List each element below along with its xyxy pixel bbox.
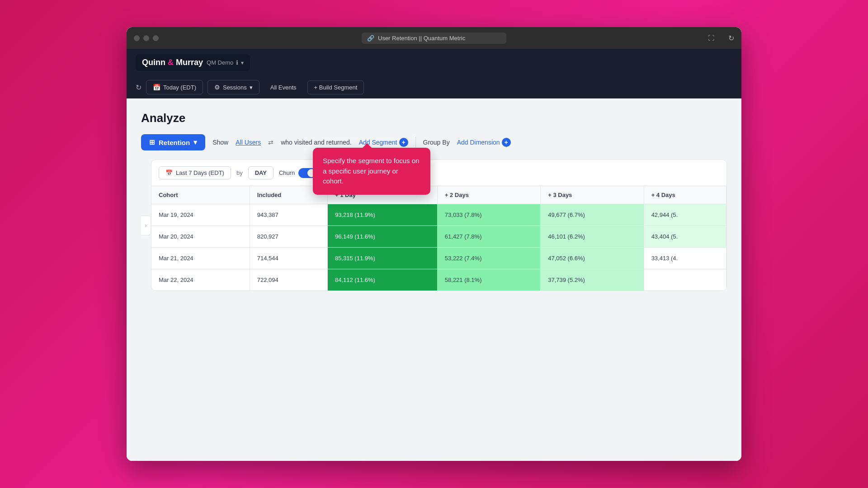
table-row: Mar 20, 2024820,92796,149 (11.6%)61,427 … (151, 226, 726, 248)
browser-titlebar: 🔗 User Retention || Quantum Metric ↻ ⛶ (127, 27, 741, 49)
main-content: Analyze ⊞ Retention ▾ Show All Users ⇄ w… (127, 99, 741, 461)
cell-1-4: 46,101 (6.2%) (541, 226, 644, 248)
logo-quinn: Quinn (142, 58, 165, 67)
calendar-icon: 📅 (153, 84, 160, 91)
traffic-light-minimize[interactable] (143, 35, 149, 41)
page-title: Analyze (141, 111, 727, 125)
table-wrapper: › 📅 Last 7 Days (EDT) by DAY Churn (141, 160, 727, 291)
all-users-link[interactable]: All Users (236, 139, 261, 146)
refresh-button[interactable]: ↻ (136, 83, 142, 92)
sidebar-toggle-button[interactable]: › (141, 216, 151, 235)
cell-1-1: 820,927 (250, 226, 327, 248)
table-toolbar: 📅 Last 7 Days (EDT) by DAY Churn (151, 160, 726, 186)
sessions-chevron-icon: ▾ (250, 84, 253, 91)
traffic-lights (134, 35, 159, 41)
add-dimension-label: Add Dimension (457, 139, 500, 146)
all-events-button[interactable]: All Events (264, 81, 303, 94)
group-by-text: Group By (423, 139, 450, 146)
date-range-label: Last 7 Days (EDT) (176, 169, 224, 176)
who-visited-text: who visited and returned. (281, 139, 351, 146)
grid-icon: ⊞ (149, 138, 155, 146)
dropdown-chevron-icon[interactable]: ▾ (241, 60, 244, 66)
logo-name: Quinn & Murray (142, 58, 203, 67)
build-segment-label: + Build Segment (314, 84, 358, 91)
table-header-row: Cohort Included + 1 Day + 2 Days + 3 Day… (151, 186, 726, 204)
sessions-label: Sessions (223, 84, 247, 91)
date-button[interactable]: 📅 Today (EDT) (146, 80, 203, 94)
cell-2-2: 85,315 (11.9%) (328, 248, 438, 269)
logo-ampersand: & (165, 58, 176, 67)
cell-3-1: 722,094 (250, 269, 327, 291)
col-cohort: Cohort (151, 186, 250, 204)
add-dimension-icon: + (502, 138, 511, 147)
add-segment-icon: + (399, 138, 408, 147)
cell-1-0: Mar 20, 2024 (151, 226, 250, 248)
expand-icon[interactable]: ⛶ (708, 34, 714, 42)
tooltip-text: Specify the segment to focus on a specif… (323, 157, 419, 185)
toolbar: ↻ 📅 Today (EDT) ⚙ Sessions ▾ All Events … (127, 76, 741, 99)
retention-chevron-icon: ▾ (193, 138, 197, 146)
browser-window: 🔗 User Retention || Quantum Metric ↻ ⛶ Q… (127, 27, 741, 461)
retention-button[interactable]: ⊞ Retention ▾ (141, 134, 205, 150)
table-row: Mar 21, 2024714,54485,315 (11.9%)53,222 … (151, 248, 726, 269)
cell-2-3: 53,222 (7.4%) (437, 248, 540, 269)
cell-0-5: 42,944 (5. (644, 204, 726, 226)
cell-1-2: 96,149 (11.6%) (328, 226, 438, 248)
cell-3-5 (644, 269, 726, 291)
address-text: User Retention || Quantum Metric (378, 35, 465, 42)
churn-toggle-group: Churn (279, 168, 316, 178)
tooltip-bubble: Specify the segment to focus on a specif… (313, 148, 430, 195)
controls-bar: ⊞ Retention ▾ Show All Users ⇄ who visit… (141, 134, 727, 150)
cell-2-0: Mar 21, 2024 (151, 248, 250, 269)
cell-2-5: 33,413 (4. (644, 248, 726, 269)
cell-3-0: Mar 22, 2024 (151, 269, 250, 291)
churn-label: Churn (279, 169, 295, 176)
link-icon: 🔗 (367, 35, 374, 42)
browser-refresh-icon[interactable]: ↻ (728, 34, 734, 42)
col-day2: + 2 Days (437, 186, 540, 204)
table-calendar-icon: 📅 (165, 169, 173, 176)
info-icon: ℹ (236, 59, 238, 66)
cell-1-5: 43,404 (5. (644, 226, 726, 248)
retention-label: Retention (159, 139, 190, 146)
day-button[interactable]: DAY (248, 166, 274, 179)
table-row: Mar 22, 2024722,09484,112 (11.6%)58,221 … (151, 269, 726, 291)
cell-0-1: 943,387 (250, 204, 327, 226)
cell-0-4: 49,677 (6.7%) (541, 204, 644, 226)
add-dimension-link[interactable]: Add Dimension + (457, 138, 511, 147)
cell-3-3: 58,221 (8.1%) (437, 269, 540, 291)
logo-murray: Murray (176, 58, 203, 67)
transfer-icon: ⇄ (268, 139, 274, 146)
show-text: Show (212, 139, 228, 146)
cell-3-2: 84,112 (11.6%) (328, 269, 438, 291)
col-day3: + 3 Days (541, 186, 644, 204)
cell-0-0: Mar 19, 2024 (151, 204, 250, 226)
data-table: Cohort Included + 1 Day + 2 Days + 3 Day… (151, 186, 726, 291)
table-container: 📅 Last 7 Days (EDT) by DAY Churn (151, 160, 727, 291)
sessions-icon: ⚙ (214, 84, 220, 91)
cell-2-4: 47,052 (6.6%) (541, 248, 644, 269)
by-text: by (236, 169, 243, 176)
qm-demo-label: QM Demo ℹ ▾ (207, 59, 244, 66)
qm-demo-text: QM Demo (207, 59, 233, 66)
cell-0-3: 73,033 (7.8%) (437, 204, 540, 226)
sessions-button[interactable]: ⚙ Sessions ▾ (208, 80, 259, 94)
date-range-button[interactable]: 📅 Last 7 Days (EDT) (159, 166, 231, 179)
table-row: Mar 19, 2024943,38793,218 (11.9%)73,033 … (151, 204, 726, 226)
separator (415, 137, 416, 148)
app-header: Quinn & Murray QM Demo ℹ ▾ (127, 49, 741, 76)
cell-3-4: 37,739 (5.2%) (541, 269, 644, 291)
cell-2-1: 714,544 (250, 248, 327, 269)
logo-box: Quinn & Murray QM Demo ℹ ▾ (136, 54, 250, 71)
cell-0-2: 93,218 (11.9%) (328, 204, 438, 226)
traffic-light-close[interactable] (134, 35, 140, 41)
address-bar[interactable]: 🔗 User Retention || Quantum Metric (362, 33, 506, 44)
traffic-light-maximize[interactable] (153, 35, 159, 41)
date-label: Today (EDT) (163, 84, 196, 91)
build-segment-button[interactable]: + Build Segment (307, 80, 364, 94)
col-day4: + 4 Days (644, 186, 726, 204)
cell-1-3: 61,427 (7.8%) (437, 226, 540, 248)
